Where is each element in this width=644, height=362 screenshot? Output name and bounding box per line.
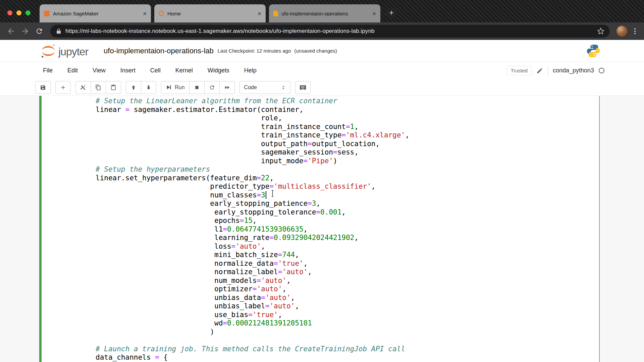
code-line[interactable]: early_stopping_tolerance=0.001, [96, 208, 596, 217]
scissors-icon [80, 84, 86, 90]
menu-widgets[interactable]: Widgets [208, 67, 229, 74]
code-line[interactable]: # Setup the LinearLeaner algorithm from … [96, 97, 596, 106]
code-line[interactable]: linear = sagemaker.estimator.Estimator(c… [96, 106, 596, 114]
keyboard-icon [299, 84, 307, 91]
restart-kernel-button[interactable] [204, 81, 220, 94]
tab-close-icon[interactable]: × [143, 10, 147, 17]
code-line[interactable]: train_instance_type='ml.c4.xlarge', [96, 131, 596, 140]
restart-run-all-button[interactable] [219, 81, 235, 94]
back-button[interactable] [5, 25, 17, 38]
paste-cell-button[interactable] [106, 81, 121, 94]
menu-edit[interactable]: Edit [67, 67, 78, 74]
arrow-up-icon [130, 84, 137, 90]
trusted-badge[interactable]: Trusted [507, 66, 532, 75]
code-line[interactable]: unbias_data='auto', [96, 294, 596, 302]
paste-icon [110, 84, 116, 90]
notebook-header: jupyter ufo-implementaion-operations-lab… [0, 40, 644, 62]
code-line[interactable]: data_channels = { [96, 353, 596, 362]
insert-cell-button[interactable] [55, 81, 71, 94]
code-line[interactable]: optimizer='auto', [96, 285, 596, 294]
browser-tab-sagemaker[interactable]: Amazon SageMaker× [40, 4, 151, 22]
code-editor[interactable]: # Setup the LinearLeaner algorithm from … [96, 97, 596, 362]
jupyter-logo-icon [41, 44, 56, 58]
mouse-ibeam-cursor [270, 189, 275, 197]
step-forward-icon [166, 84, 172, 90]
sagemaker-favicon [44, 11, 50, 16]
code-line[interactable]: epochs=15, [96, 217, 596, 225]
move-cell-down-button[interactable] [141, 81, 156, 94]
code-line[interactable]: predictor_type='multiclass_classifier', [96, 182, 596, 191]
menu-file[interactable]: File [43, 67, 53, 74]
unsaved-changes-status: (unsaved changes) [294, 48, 337, 54]
zoom-window-button[interactable] [25, 10, 31, 15]
code-line[interactable]: loss='auto', [96, 242, 596, 251]
minimize-window-button[interactable] [16, 10, 21, 15]
code-line[interactable]: role, [96, 114, 596, 123]
save-button[interactable] [35, 81, 51, 94]
code-line[interactable]: unbias_label='auto', [96, 302, 596, 311]
tab-title: ufo-implementaion-operations [281, 11, 369, 16]
code-line[interactable]: # Launch a training job. This method cal… [96, 345, 596, 354]
tab-close-icon[interactable]: × [372, 10, 376, 17]
back-arrow-icon [7, 27, 15, 36]
code-line[interactable] [96, 336, 596, 345]
menu-kernel[interactable]: Kernel [175, 67, 193, 74]
code-line[interactable]: early_stopping_patience=3, [96, 199, 596, 208]
jupyter-wordmark: jupyter [58, 46, 88, 58]
code-line[interactable]: learning_rate=0.09329042024421902, [96, 234, 596, 242]
interrupt-kernel-button[interactable] [189, 81, 205, 94]
reload-button[interactable] [33, 25, 46, 38]
menubar-right: Trusted conda_python3 [507, 66, 604, 75]
address-bar[interactable]: https://ml-labs-notebook-instance.notebo… [50, 25, 610, 38]
divider [548, 66, 548, 75]
menu-list: FileEditViewInsertCellKernelWidgetsHelp [43, 67, 257, 74]
arrow-down-icon [146, 84, 152, 90]
code-line[interactable]: # Setup the hyperparameters [96, 165, 596, 174]
close-window-button[interactable] [7, 10, 12, 15]
notebook-title[interactable]: ufo-implementaion-operations-lab [104, 47, 214, 55]
code-line[interactable]: normalize_data='true', [96, 259, 596, 268]
cell-type-value: Code [244, 84, 257, 90]
save-icon [40, 84, 46, 90]
code-line[interactable]: l1=0.0647741539306635, [96, 225, 596, 234]
stop-icon [194, 85, 200, 90]
menu-cell[interactable]: Cell [150, 67, 161, 74]
plus-icon [60, 84, 66, 90]
copy-icon [95, 84, 101, 90]
cell-type-dropdown[interactable]: Code [239, 81, 290, 94]
run-cell-button[interactable]: Run [161, 81, 190, 94]
code-line[interactable]: input_mode='Pipe') [96, 157, 596, 166]
move-cell-up-button[interactable] [126, 81, 141, 94]
code-line[interactable]: linear.set_hyperparameters(feature_dim=2… [96, 174, 596, 183]
menu-help[interactable]: Help [244, 67, 257, 74]
code-line[interactable]: sagemaker_session=sess, [96, 148, 596, 157]
code-line[interactable]: output_path=output_location, [96, 140, 596, 148]
browser-tab-notebook[interactable]: ufo-implementaion-operations× [269, 4, 380, 22]
browser-tab-jupyter[interactable]: Home× [154, 4, 266, 22]
new-tab-button[interactable]: + [386, 7, 397, 19]
code-line[interactable]: use_bias='true', [96, 311, 596, 319]
code-line[interactable]: num_models='auto', [96, 277, 596, 285]
kernel-idle-icon [599, 68, 604, 73]
bookmark-star-icon[interactable] [597, 27, 604, 35]
code-cell[interactable]: # Setup the LinearLeaner algorithm from … [39, 96, 600, 362]
code-line[interactable]: train_instance_count=1, [96, 123, 596, 131]
edit-pencil-icon[interactable] [536, 67, 543, 74]
menu-view[interactable]: View [93, 67, 106, 74]
profile-avatar[interactable] [616, 26, 627, 37]
browser-menu-icon[interactable] [631, 27, 639, 36]
code-line[interactable]: mini_batch_size=744, [96, 251, 596, 259]
menu-insert[interactable]: Insert [120, 67, 136, 74]
cut-cell-button[interactable] [75, 81, 91, 94]
tab-close-icon[interactable]: × [258, 10, 261, 17]
copy-cell-button[interactable] [91, 81, 106, 94]
code-line[interactable]: wd=0.000212481391205101 [96, 319, 596, 328]
jupyter-logo[interactable]: jupyter [41, 44, 88, 58]
notebook-menubar: FileEditViewInsertCellKernelWidgetsHelp … [0, 62, 644, 79]
fast-forward-icon [224, 84, 230, 90]
forward-button[interactable] [19, 25, 32, 38]
code-line[interactable]: num_classes=3 [96, 191, 596, 200]
code-line[interactable]: normalize_label='auto', [96, 268, 596, 277]
command-palette-button[interactable] [295, 81, 311, 94]
code-line[interactable]: ) [96, 328, 596, 337]
